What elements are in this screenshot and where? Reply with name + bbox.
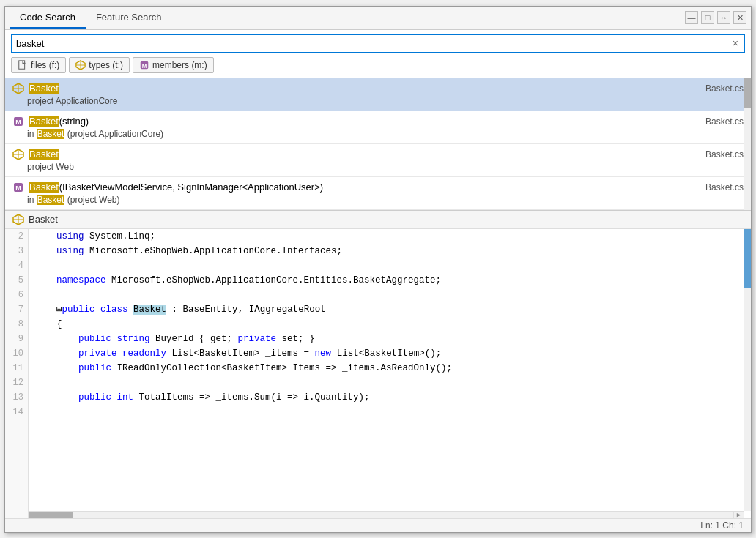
filter-members-button[interactable]: M members (m:) <box>133 57 214 73</box>
minimize-button[interactable]: — <box>685 11 698 24</box>
preview-type-icon <box>12 214 24 225</box>
result-filename-2: Basket.cs <box>705 116 744 127</box>
line-num-13: 13 <box>10 390 23 405</box>
keyword-readonly: readonly <box>122 348 166 359</box>
code-line-10: private readonly List<BasketItem> _items… <box>34 346 745 361</box>
result-name-2: Basket(string) <box>29 116 89 127</box>
svg-text:M: M <box>142 62 147 69</box>
horizontal-scrollbar[interactable]: ▶ <box>29 511 744 518</box>
svg-rect-0 <box>19 60 25 68</box>
results-scrollbar[interactable] <box>744 78 751 210</box>
keyword-public-11: public <box>78 363 111 373</box>
file-icon <box>18 60 28 70</box>
line-num-5: 5 <box>10 273 23 288</box>
filter-files-label: files (f:) <box>31 60 59 70</box>
cursor-position: Ln: 1 Ch: 1 <box>700 520 744 531</box>
line-num-4: 4 <box>10 258 23 273</box>
code-line-12 <box>34 376 745 390</box>
keyword-public-13: public <box>78 392 111 403</box>
title-bar: Code Search Feature Search — □ ↔ ✕ <box>5 7 751 30</box>
result-type-icon-3 <box>12 149 24 160</box>
code-content: using System.Linq; using Microsoft.eShop… <box>29 229 751 518</box>
filter-types-label: types (t:) <box>89 60 123 70</box>
result-item-3[interactable]: Basket Basket.cs project Web <box>5 144 751 177</box>
search-clear-button[interactable]: × <box>731 37 740 49</box>
keyword-public-7: public <box>62 305 95 315</box>
filter-files-button[interactable]: files (f:) <box>11 57 66 73</box>
code-line-5: namespace Microsoft.eShopWeb.Application… <box>34 273 745 288</box>
main-window: Code Search Feature Search — □ ↔ ✕ × fil… <box>4 6 752 533</box>
restore-button[interactable]: □ <box>701 11 714 24</box>
result-sub-1: project ApplicationCore <box>12 96 744 106</box>
result-name-4: Basket(IBasketViewModelService, SignInMa… <box>29 182 323 193</box>
search-area: × files (f:) types (t:) <box>5 30 751 78</box>
result-item-2[interactable]: M Basket(string) Basket.cs in Basket (pr… <box>5 111 751 144</box>
result-filename-1: Basket.cs <box>705 83 744 94</box>
result-item-4[interactable]: M Basket(IBasketViewModelService, SignIn… <box>5 177 751 210</box>
keyword-public-9: public <box>78 334 111 344</box>
class-basket-highlight: Basket <box>133 305 166 315</box>
preview-title: Basket <box>29 214 58 225</box>
keyword-using: using <box>56 231 84 242</box>
keyword-private-9: private <box>238 334 277 344</box>
filter-members-label: members (m:) <box>152 60 207 70</box>
keyword-namespace: namespace <box>56 275 106 285</box>
search-input-row: × <box>11 34 745 53</box>
code-line-4 <box>34 258 745 273</box>
result-filename-4: Basket.cs <box>705 182 744 193</box>
line-num-7: 7 <box>10 302 23 317</box>
vertical-scrollbar-thumb[interactable] <box>744 229 751 288</box>
svg-text:M: M <box>15 119 21 126</box>
window-controls: — □ ↔ ✕ <box>685 11 746 24</box>
filter-types-button[interactable]: types (t:) <box>69 57 130 73</box>
title-tabs: Code Search Feature Search <box>10 7 172 29</box>
line-num-2: 2 <box>10 229 23 244</box>
results-scrollbar-thumb[interactable] <box>744 78 751 108</box>
result-sub-3: project Web <box>12 162 744 172</box>
code-line-7: ⊟public class Basket : BaseEntity, IAggr… <box>34 302 745 317</box>
search-input[interactable] <box>16 37 731 51</box>
result-member-icon-4: M <box>12 182 24 193</box>
line-num-9: 9 <box>10 332 23 346</box>
member-icon: M <box>139 60 149 70</box>
result-sub-4: in Basket (project Web) <box>12 195 744 205</box>
line-num-14: 14 <box>10 405 23 419</box>
code-line-11: public IReadOnlyCollection<BasketItem> I… <box>34 361 745 376</box>
pin-button[interactable]: ↔ <box>717 11 730 24</box>
svg-text:M: M <box>15 184 21 192</box>
scroll-right-arrow: ▶ <box>737 511 741 518</box>
preview-header: Basket <box>5 211 751 229</box>
code-line-8: { <box>34 317 745 332</box>
keyword-int: int <box>117 392 134 403</box>
statusbar: Ln: 1 Ch: 1 <box>5 518 751 532</box>
code-line-3: using Microsoft.eShopWeb.ApplicationCore… <box>34 244 745 258</box>
result-type-icon-1 <box>12 83 24 94</box>
result-item-1[interactable]: Basket Basket.cs project ApplicationCore <box>5 78 751 111</box>
close-button[interactable]: ✕ <box>733 11 746 24</box>
line-num-3: 3 <box>10 244 23 258</box>
code-line-9: public string BuyerId { get; private set… <box>34 332 745 346</box>
result-sub-2: in Basket (project ApplicationCore) <box>12 129 744 139</box>
code-line-2: using System.Linq; <box>34 229 745 244</box>
keyword-string: string <box>117 334 150 344</box>
keyword-private-10: private <box>78 348 117 359</box>
horizontal-scrollbar-thumb[interactable] <box>29 512 73 518</box>
code-line-14 <box>34 405 745 419</box>
type-icon <box>75 60 86 70</box>
result-name-3: Basket <box>29 149 59 160</box>
result-name-1: Basket <box>29 83 59 94</box>
code-line-13: public int TotalItems => _items.Sum(i =>… <box>34 390 745 405</box>
line-num-11: 11 <box>10 361 23 376</box>
tab-code-search[interactable]: Code Search <box>10 7 86 29</box>
line-num-6: 6 <box>10 288 23 302</box>
results-area: Basket Basket.cs project ApplicationCore… <box>5 78 751 211</box>
vertical-scrollbar[interactable] <box>744 229 751 511</box>
line-num-12: 12 <box>10 376 23 390</box>
tab-feature-search[interactable]: Feature Search <box>86 7 172 29</box>
result-member-icon-2: M <box>12 116 24 127</box>
code-line-6 <box>34 288 745 302</box>
line-num-8: 8 <box>10 317 23 332</box>
line-num-10: 10 <box>10 346 23 361</box>
result-filename-3: Basket.cs <box>705 149 744 160</box>
preview-area: 2 3 4 5 6 7 8 9 10 11 12 13 14 using Sys… <box>5 229 751 518</box>
